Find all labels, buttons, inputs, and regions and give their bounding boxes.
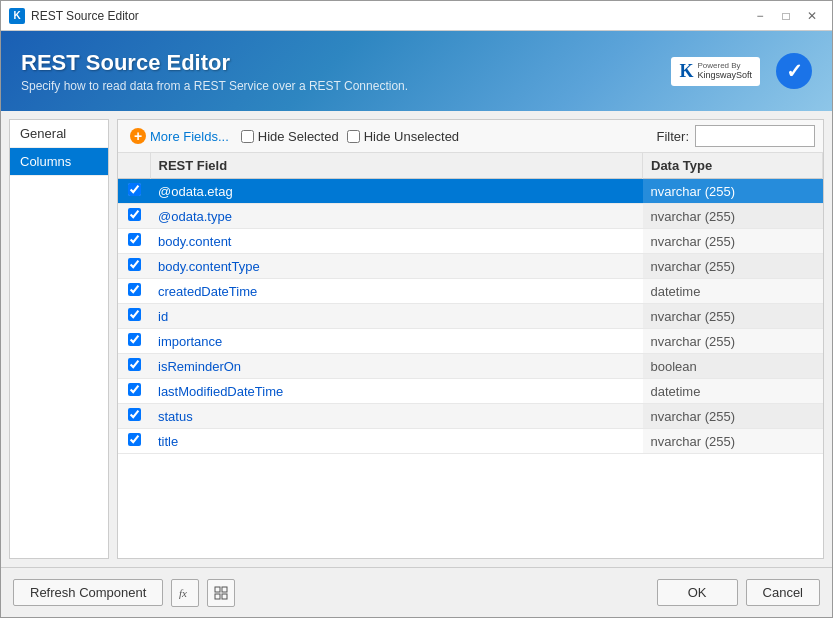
footer-right: OK Cancel: [657, 579, 820, 606]
svg-rect-4: [222, 594, 227, 599]
title-bar-controls: − □ ✕: [748, 6, 824, 26]
row-checkbox-cell: [118, 254, 150, 279]
powered-by-text: Powered By: [697, 61, 752, 71]
title-bar: K REST Source Editor − □ ✕: [1, 1, 832, 31]
row-checkbox[interactable]: [128, 258, 141, 271]
row-checkbox-cell: [118, 329, 150, 354]
app-icon: K: [9, 8, 25, 24]
plus-icon: +: [130, 128, 146, 144]
data-type-cell: boolean: [643, 354, 823, 379]
table-row[interactable]: lastModifiedDateTimedatetime: [118, 379, 823, 404]
row-checkbox[interactable]: [128, 433, 141, 446]
cancel-button[interactable]: Cancel: [746, 579, 820, 606]
filter-input[interactable]: [695, 125, 815, 147]
header-title: REST Source Editor: [21, 50, 671, 76]
row-checkbox[interactable]: [128, 283, 141, 296]
table-row[interactable]: isReminderOnboolean: [118, 354, 823, 379]
logo-k-letter: K: [679, 61, 693, 82]
rest-field-cell: title: [150, 429, 643, 454]
row-checkbox-cell: [118, 404, 150, 429]
logo-text: Powered By KingswaySoft: [697, 61, 752, 81]
row-checkbox[interactable]: [128, 333, 141, 346]
row-checkbox-cell: [118, 279, 150, 304]
rest-field-cell: lastModifiedDateTime: [150, 379, 643, 404]
hide-unselected-option[interactable]: Hide Unselected: [347, 129, 459, 144]
row-checkbox-cell: [118, 429, 150, 454]
data-type-cell: nvarchar (255): [643, 179, 823, 204]
table-container: REST Field Data Type @odata.etagnvarchar…: [118, 153, 823, 558]
hide-unselected-label: Hide Unselected: [364, 129, 459, 144]
checkmark-badge: ✓: [776, 53, 812, 89]
filter-area: Filter:: [657, 125, 816, 147]
rest-field-cell: body.content: [150, 229, 643, 254]
hide-selected-label: Hide Selected: [258, 129, 339, 144]
brand-name: KingswaySoft: [697, 70, 752, 81]
filter-label: Filter:: [657, 129, 690, 144]
formula-icon-button[interactable]: fx: [171, 579, 199, 607]
grid-icon-button[interactable]: [207, 579, 235, 607]
rest-field-column-header: REST Field: [150, 153, 643, 179]
data-type-cell: datetime: [643, 279, 823, 304]
data-type-cell: nvarchar (255): [643, 304, 823, 329]
table-row[interactable]: idnvarchar (255): [118, 304, 823, 329]
table-row[interactable]: @odata.etagnvarchar (255): [118, 179, 823, 204]
hide-selected-option[interactable]: Hide Selected: [241, 129, 339, 144]
more-fields-button[interactable]: + More Fields...: [126, 126, 233, 146]
sidebar-item-general[interactable]: General: [10, 120, 108, 148]
row-checkbox[interactable]: [128, 208, 141, 221]
table-row[interactable]: titlenvarchar (255): [118, 429, 823, 454]
row-checkbox[interactable]: [128, 358, 141, 371]
data-type-column-header: Data Type: [643, 153, 823, 179]
row-checkbox[interactable]: [128, 233, 141, 246]
main-area: General Columns + More Fields... Hide Se…: [9, 119, 824, 559]
row-checkbox-cell: [118, 179, 150, 204]
close-button[interactable]: ✕: [800, 6, 824, 26]
svg-rect-1: [215, 587, 220, 592]
data-type-cell: nvarchar (255): [643, 429, 823, 454]
row-checkbox-cell: [118, 354, 150, 379]
svg-rect-3: [215, 594, 220, 599]
header-logo: K Powered By KingswaySoft ✓: [671, 53, 812, 89]
table-row[interactable]: body.contentnvarchar (255): [118, 229, 823, 254]
row-checkbox[interactable]: [128, 183, 141, 196]
right-panel: + More Fields... Hide Selected Hide Unse…: [117, 119, 824, 559]
window-title: REST Source Editor: [31, 9, 742, 23]
maximize-button[interactable]: □: [774, 6, 798, 26]
row-checkbox-cell: [118, 204, 150, 229]
header-text: REST Source Editor Specify how to read d…: [21, 50, 671, 93]
row-checkbox[interactable]: [128, 308, 141, 321]
minimize-button[interactable]: −: [748, 6, 772, 26]
data-type-cell: datetime: [643, 379, 823, 404]
row-checkbox[interactable]: [128, 408, 141, 421]
footer: Refresh Component fx OK Cancel: [1, 567, 832, 617]
window: K REST Source Editor − □ ✕ REST Source E…: [0, 0, 833, 618]
data-type-cell: nvarchar (255): [643, 404, 823, 429]
more-fields-label: More Fields...: [150, 129, 229, 144]
rest-field-cell: @odata.type: [150, 204, 643, 229]
fields-table: REST Field Data Type @odata.etagnvarchar…: [118, 153, 823, 454]
check-column-header: [118, 153, 150, 179]
sidebar-item-columns[interactable]: Columns: [10, 148, 108, 176]
refresh-component-button[interactable]: Refresh Component: [13, 579, 163, 606]
data-type-cell: nvarchar (255): [643, 229, 823, 254]
table-header: REST Field Data Type: [118, 153, 823, 179]
ok-button[interactable]: OK: [657, 579, 738, 606]
rest-field-cell: status: [150, 404, 643, 429]
sidebar: General Columns: [9, 119, 109, 559]
table-row[interactable]: statusnvarchar (255): [118, 404, 823, 429]
rest-field-cell: @odata.etag: [150, 179, 643, 204]
data-type-cell: nvarchar (255): [643, 204, 823, 229]
rest-field-cell: isReminderOn: [150, 354, 643, 379]
row-checkbox[interactable]: [128, 383, 141, 396]
svg-rect-2: [222, 587, 227, 592]
toolbar: + More Fields... Hide Selected Hide Unse…: [118, 120, 823, 153]
table-row[interactable]: importancenvarchar (255): [118, 329, 823, 354]
table-row[interactable]: @odata.typenvarchar (255): [118, 204, 823, 229]
table-row[interactable]: createdDateTimedatetime: [118, 279, 823, 304]
hide-selected-checkbox[interactable]: [241, 130, 254, 143]
rest-field-cell: id: [150, 304, 643, 329]
rest-field-cell: importance: [150, 329, 643, 354]
table-row[interactable]: body.contentTypenvarchar (255): [118, 254, 823, 279]
logo-box: K Powered By KingswaySoft: [671, 57, 760, 86]
hide-unselected-checkbox[interactable]: [347, 130, 360, 143]
